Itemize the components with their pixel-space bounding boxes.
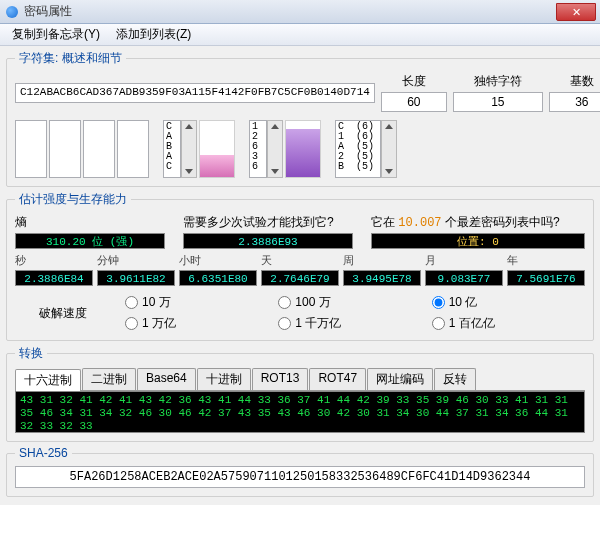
tab-bin[interactable]: 二进制 <box>82 368 136 390</box>
char-list-c[interactable]: C (6) 1 (6) A (5) 2 (5) B (5) <box>335 120 381 178</box>
seconds-label: 秒 <box>15 253 93 268</box>
length-label: 长度 <box>402 73 426 90</box>
speed-radio-1m[interactable]: 100 万 <box>278 294 431 311</box>
speed-radio-1t[interactable]: 1 万亿 <box>125 315 278 332</box>
tab-reverse[interactable]: 反转 <box>434 368 476 390</box>
tab-rot47[interactable]: ROT47 <box>309 368 366 390</box>
char-preview-1 <box>15 120 47 178</box>
unique-field[interactable]: 15 <box>453 92 543 112</box>
charset-legend: 字符集: 概述和细节 <box>15 50 126 67</box>
rank-label: 它在 10.007 个最差密码列表中吗? <box>371 214 585 231</box>
strength-panel: 估计强度与生存能力 熵 310.20 位 (强) 需要多少次试验才能找到它? 2… <box>6 191 594 341</box>
base-label: 基数 <box>570 73 594 90</box>
minutes-label: 分钟 <box>97 253 175 268</box>
entropy-label: 熵 <box>15 214 165 231</box>
speed-radio-100k[interactable]: 10 万 <box>125 294 278 311</box>
length-field[interactable]: 60 <box>381 92 447 112</box>
minutes-value: 3.9611E82 <box>97 270 175 286</box>
tab-url[interactable]: 网址编码 <box>367 368 433 390</box>
menu-copy-to-memo[interactable]: 复制到备忘录(Y) <box>4 23 108 46</box>
hours-label: 小时 <box>179 253 257 268</box>
weeks-value: 3.9495E78 <box>343 270 421 286</box>
unique-label: 独特字符 <box>474 73 522 90</box>
strength-legend: 估计强度与生存能力 <box>15 191 131 208</box>
menu-add-to-list[interactable]: 添加到列表(Z) <box>108 23 199 46</box>
charset-input[interactable]: C12ABACB6CAD367ADB9359F03A115F4142F0FB7C… <box>15 83 375 103</box>
titlebar: 密码属性 ✕ <box>0 0 600 24</box>
convert-legend: 转换 <box>15 345 47 362</box>
scrollbar-c[interactable] <box>381 120 397 178</box>
charset-panel: 字符集: 概述和细节 C12ABACB6CAD367ADB9359F03A115… <box>6 50 600 187</box>
menubar: 复制到备忘录(Y) 添加到列表(Z) <box>0 24 600 46</box>
years-value: 7.5691E76 <box>507 270 585 286</box>
char-preview-4 <box>117 120 149 178</box>
char-preview-2 <box>49 120 81 178</box>
speed-radio-1q[interactable]: 1 千万亿 <box>278 315 431 332</box>
sha-legend: SHA-256 <box>15 446 72 460</box>
histogram-bar-a <box>199 120 235 178</box>
trials-value: 2.3886E93 <box>183 233 353 249</box>
months-label: 月 <box>425 253 503 268</box>
char-preview-3 <box>83 120 115 178</box>
scrollbar-a[interactable] <box>181 120 197 178</box>
speed-label: 破解速度 <box>15 305 125 322</box>
tab-rot13[interactable]: ROT13 <box>252 368 309 390</box>
days-value: 2.7646E79 <box>261 270 339 286</box>
seconds-value: 2.3886E84 <box>15 270 93 286</box>
rank-value: 位置: 0 <box>371 233 585 249</box>
weeks-label: 周 <box>343 253 421 268</box>
char-list-b[interactable]: 1 2 6 3 6 <box>249 120 267 178</box>
sha-value[interactable]: 5FA26D1258ACEB2ACE02A5759071101250158332… <box>15 466 585 488</box>
close-button[interactable]: ✕ <box>556 3 596 21</box>
entropy-value: 310.20 位 (强) <box>15 233 165 249</box>
char-list-a[interactable]: C A B A C <box>163 120 181 178</box>
sha-panel: SHA-256 5FA26D1258ACEB2ACE02A57590711012… <box>6 446 594 497</box>
tab-base64[interactable]: Base64 <box>137 368 196 390</box>
speed-radio-100q[interactable]: 1 百亿亿 <box>432 315 585 332</box>
speed-radio-1b[interactable]: 10 亿 <box>432 294 585 311</box>
convert-output[interactable]: 43 31 32 41 42 41 43 42 36 43 41 44 33 3… <box>15 391 585 433</box>
trials-label: 需要多少次试验才能找到它? <box>183 214 353 231</box>
hours-value: 6.6351E80 <box>179 270 257 286</box>
window-title: 密码属性 <box>24 3 556 20</box>
scrollbar-b[interactable] <box>267 120 283 178</box>
convert-tabs: 十六进制 二进制 Base64 十进制 ROT13 ROT47 网址编码 反转 <box>15 368 585 391</box>
base-field[interactable]: 36 <box>549 92 600 112</box>
months-value: 9.083E77 <box>425 270 503 286</box>
app-icon <box>6 6 18 18</box>
tab-dec[interactable]: 十进制 <box>197 368 251 390</box>
tab-hex[interactable]: 十六进制 <box>15 369 81 391</box>
convert-panel: 转换 十六进制 二进制 Base64 十进制 ROT13 ROT47 网址编码 … <box>6 345 594 442</box>
histogram-bar-b <box>285 120 321 178</box>
years-label: 年 <box>507 253 585 268</box>
days-label: 天 <box>261 253 339 268</box>
